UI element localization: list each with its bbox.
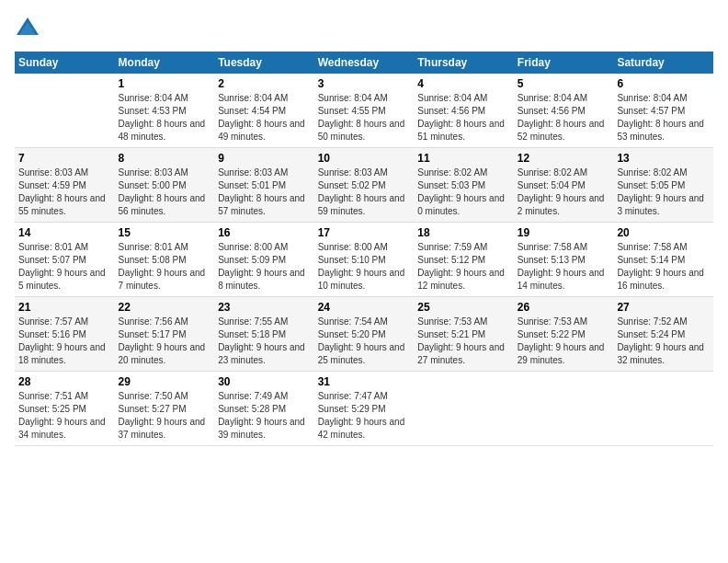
day-number: 21: [18, 301, 111, 314]
day-info: Sunrise: 7:53 AMSunset: 5:22 PMDaylight:…: [518, 316, 610, 367]
day-cell: 1Sunrise: 8:04 AMSunset: 4:53 PMDaylight…: [115, 74, 215, 148]
day-number: 12: [518, 152, 610, 165]
day-number: 3: [318, 77, 411, 90]
day-cell: 14Sunrise: 8:01 AMSunset: 5:07 PMDayligh…: [15, 223, 115, 297]
day-number: 19: [518, 226, 610, 239]
day-cell: 18Sunrise: 7:59 AMSunset: 5:12 PMDayligh…: [414, 223, 514, 297]
day-cell: 20Sunrise: 7:58 AMSunset: 5:14 PMDayligh…: [613, 223, 713, 297]
header-day-thursday: Thursday: [414, 52, 514, 74]
day-cell: [514, 372, 614, 446]
day-number: 28: [18, 375, 111, 388]
header-day-monday: Monday: [115, 52, 215, 74]
day-number: 29: [119, 375, 211, 388]
day-info: Sunrise: 8:03 AMSunset: 5:00 PMDaylight:…: [119, 167, 211, 218]
day-cell: [414, 372, 514, 446]
day-cell: 2Sunrise: 8:04 AMSunset: 4:54 PMDaylight…: [214, 74, 314, 148]
day-info: Sunrise: 8:04 AMSunset: 4:56 PMDaylight:…: [518, 92, 610, 144]
header: [15, 15, 713, 40]
day-info: Sunrise: 7:59 AMSunset: 5:12 PMDaylight:…: [417, 241, 510, 293]
day-number: 18: [417, 226, 510, 239]
logo-icon: [15, 15, 40, 40]
day-cell: [15, 74, 115, 148]
page: SundayMondayTuesdayWednesdayThursdayFrid…: [0, 0, 728, 563]
logo: [15, 15, 42, 40]
day-info: Sunrise: 7:50 AMSunset: 5:27 PMDaylight:…: [119, 390, 211, 442]
day-cell: 6Sunrise: 8:04 AMSunset: 4:57 PMDaylight…: [613, 74, 713, 148]
calendar-table: SundayMondayTuesdayWednesdayThursdayFrid…: [15, 52, 713, 446]
day-info: Sunrise: 8:04 AMSunset: 4:55 PMDaylight:…: [318, 92, 411, 144]
day-cell: 17Sunrise: 8:00 AMSunset: 5:10 PMDayligh…: [314, 223, 415, 297]
day-cell: 19Sunrise: 7:58 AMSunset: 5:13 PMDayligh…: [514, 223, 614, 297]
day-number: 22: [119, 301, 211, 314]
header-day-friday: Friday: [514, 52, 614, 74]
day-number: 25: [417, 301, 510, 314]
day-cell: 8Sunrise: 8:03 AMSunset: 5:00 PMDaylight…: [115, 148, 215, 223]
day-cell: 28Sunrise: 7:51 AMSunset: 5:25 PMDayligh…: [15, 372, 115, 446]
day-number: 5: [518, 77, 610, 90]
day-info: Sunrise: 7:52 AMSunset: 5:24 PMDaylight:…: [617, 316, 710, 367]
day-cell: 30Sunrise: 7:49 AMSunset: 5:28 PMDayligh…: [214, 372, 314, 446]
day-info: Sunrise: 8:02 AMSunset: 5:04 PMDaylight:…: [518, 167, 610, 218]
day-info: Sunrise: 8:03 AMSunset: 4:59 PMDaylight:…: [18, 167, 111, 218]
header-day-tuesday: Tuesday: [214, 52, 314, 74]
day-number: 2: [218, 77, 311, 90]
day-cell: 29Sunrise: 7:50 AMSunset: 5:27 PMDayligh…: [115, 372, 215, 446]
day-cell: 27Sunrise: 7:52 AMSunset: 5:24 PMDayligh…: [613, 297, 713, 372]
day-number: 31: [318, 375, 411, 388]
day-number: 30: [218, 375, 311, 388]
day-info: Sunrise: 7:49 AMSunset: 5:28 PMDaylight:…: [218, 390, 311, 442]
header-day-saturday: Saturday: [613, 52, 713, 74]
day-info: Sunrise: 8:04 AMSunset: 4:54 PMDaylight:…: [218, 92, 311, 144]
day-cell: 7Sunrise: 8:03 AMSunset: 4:59 PMDaylight…: [15, 148, 115, 223]
day-cell: 12Sunrise: 8:02 AMSunset: 5:04 PMDayligh…: [514, 148, 614, 223]
day-cell: 11Sunrise: 8:02 AMSunset: 5:03 PMDayligh…: [414, 148, 514, 223]
week-row-0: 1Sunrise: 8:04 AMSunset: 4:53 PMDaylight…: [15, 74, 713, 148]
week-row-4: 28Sunrise: 7:51 AMSunset: 5:25 PMDayligh…: [15, 372, 713, 446]
week-row-2: 14Sunrise: 8:01 AMSunset: 5:07 PMDayligh…: [15, 223, 713, 297]
day-number: 15: [119, 226, 211, 239]
day-info: Sunrise: 7:56 AMSunset: 5:17 PMDaylight:…: [119, 316, 211, 367]
day-cell: 4Sunrise: 8:04 AMSunset: 4:56 PMDaylight…: [414, 74, 514, 148]
day-number: 7: [18, 152, 111, 165]
day-info: Sunrise: 7:58 AMSunset: 5:14 PMDaylight:…: [617, 241, 710, 293]
day-cell: 15Sunrise: 8:01 AMSunset: 5:08 PMDayligh…: [115, 223, 215, 297]
day-number: 1: [119, 77, 211, 90]
day-number: 10: [318, 152, 411, 165]
day-cell: 16Sunrise: 8:00 AMSunset: 5:09 PMDayligh…: [214, 223, 314, 297]
day-cell: 25Sunrise: 7:53 AMSunset: 5:21 PMDayligh…: [414, 297, 514, 372]
header-day-wednesday: Wednesday: [314, 52, 415, 74]
day-cell: [613, 372, 713, 446]
day-info: Sunrise: 8:01 AMSunset: 5:08 PMDaylight:…: [119, 241, 211, 293]
day-number: 4: [417, 77, 510, 90]
day-info: Sunrise: 7:47 AMSunset: 5:29 PMDaylight:…: [318, 390, 411, 442]
day-number: 17: [318, 226, 411, 239]
day-cell: 31Sunrise: 7:47 AMSunset: 5:29 PMDayligh…: [314, 372, 415, 446]
day-info: Sunrise: 8:00 AMSunset: 5:09 PMDaylight:…: [218, 241, 311, 293]
day-cell: 10Sunrise: 8:03 AMSunset: 5:02 PMDayligh…: [314, 148, 415, 223]
day-cell: 9Sunrise: 8:03 AMSunset: 5:01 PMDaylight…: [214, 148, 314, 223]
day-info: Sunrise: 7:57 AMSunset: 5:16 PMDaylight:…: [18, 316, 111, 367]
day-info: Sunrise: 8:04 AMSunset: 4:57 PMDaylight:…: [617, 92, 710, 144]
day-number: 26: [518, 301, 610, 314]
day-number: 27: [617, 301, 710, 314]
day-number: 9: [218, 152, 311, 165]
week-row-3: 21Sunrise: 7:57 AMSunset: 5:16 PMDayligh…: [15, 297, 713, 372]
day-info: Sunrise: 7:54 AMSunset: 5:20 PMDaylight:…: [318, 316, 411, 367]
day-number: 13: [617, 152, 710, 165]
day-cell: 24Sunrise: 7:54 AMSunset: 5:20 PMDayligh…: [314, 297, 415, 372]
day-number: 8: [119, 152, 211, 165]
day-number: 20: [617, 226, 710, 239]
day-info: Sunrise: 7:51 AMSunset: 5:25 PMDaylight:…: [18, 390, 111, 442]
day-cell: 5Sunrise: 8:04 AMSunset: 4:56 PMDaylight…: [514, 74, 614, 148]
day-cell: 21Sunrise: 7:57 AMSunset: 5:16 PMDayligh…: [15, 297, 115, 372]
day-info: Sunrise: 8:03 AMSunset: 5:01 PMDaylight:…: [218, 167, 311, 218]
day-info: Sunrise: 8:00 AMSunset: 5:10 PMDaylight:…: [318, 241, 411, 293]
day-info: Sunrise: 7:53 AMSunset: 5:21 PMDaylight:…: [417, 316, 510, 367]
day-number: 23: [218, 301, 311, 314]
day-cell: 23Sunrise: 7:55 AMSunset: 5:18 PMDayligh…: [214, 297, 314, 372]
day-info: Sunrise: 7:58 AMSunset: 5:13 PMDaylight:…: [518, 241, 610, 293]
day-number: 16: [218, 226, 311, 239]
day-info: Sunrise: 8:02 AMSunset: 5:03 PMDaylight:…: [417, 167, 510, 218]
header-row: SundayMondayTuesdayWednesdayThursdayFrid…: [15, 52, 713, 74]
day-cell: 13Sunrise: 8:02 AMSunset: 5:05 PMDayligh…: [613, 148, 713, 223]
